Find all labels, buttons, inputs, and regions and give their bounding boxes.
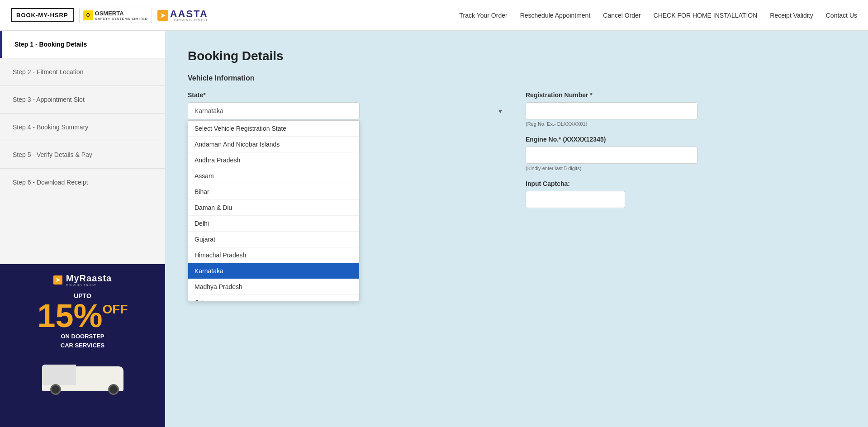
- osmerta-text: OSMERTA SAFETY SYSTEMS LIMITED: [95, 10, 148, 21]
- ad-off-text: OFF: [103, 303, 128, 316]
- vehicle-info-label: Vehicle Information: [188, 74, 845, 82]
- dropdown-item[interactable]: Karnataka: [188, 263, 359, 279]
- engine-number-label: Engine No.* (XXXXX12345): [526, 136, 845, 143]
- right-fields: Registration Number * (Reg No. Ex.- DLXX…: [526, 91, 845, 208]
- sidebar-step-2[interactable]: Step 2 - Fitment Location: [0, 58, 165, 86]
- ad-logo-icon: ➤: [53, 275, 62, 285]
- logo-osmerta[interactable]: O OSMERTA SAFETY SYSTEMS LIMITED: [79, 8, 152, 23]
- nav-track-order[interactable]: Track Your Order: [460, 12, 508, 19]
- aasta-icon: ➤: [157, 10, 168, 21]
- sidebar: Step 1 - Booking Details Step 2 - Fitmen…: [0, 31, 165, 427]
- engine-number-hint: (Kindly enter last 5 digits): [526, 166, 845, 171]
- state-dropdown[interactable]: Select Vehicle Registration StateAndaman…: [188, 102, 360, 119]
- dropdown-item[interactable]: Andaman And Nicobar Islands: [188, 137, 359, 152]
- logo-bookmyhsrp[interactable]: BOOK-MY-HSRP: [11, 8, 74, 22]
- reg-number-hint: (Reg No. Ex.- DLXXXXX01): [526, 121, 845, 127]
- main-content: Booking Details Vehicle Information Stat…: [165, 31, 868, 427]
- nav-home-install[interactable]: CHECK FOR HOME INSTALLATION: [654, 12, 758, 19]
- captcha-input[interactable]: [526, 191, 625, 208]
- ad-car-illustration: [38, 355, 128, 391]
- sidebar-ad-banner: ➤ MyRaasta DRIVING TRUST UPTO 15% OFF ON…: [0, 264, 165, 427]
- dropdown-item[interactable]: Select Vehicle Registration State: [188, 121, 359, 137]
- aasta-text-wrapper: AASTA DRIVING TRUST: [170, 8, 208, 22]
- van-wheel-front: [50, 384, 61, 395]
- registration-number-group: Registration Number * (Reg No. Ex.- DLXX…: [526, 91, 845, 127]
- dropdown-item[interactable]: Delhi: [188, 216, 359, 232]
- captcha-label: Input Captcha:: [526, 180, 845, 187]
- nav-contact-us[interactable]: Contact Us: [826, 12, 857, 19]
- dropdown-item[interactable]: Bihar: [188, 184, 359, 200]
- reg-number-label: Registration Number *: [526, 91, 845, 99]
- engine-number-group: Engine No.* (XXXXX12345) (Kindly enter l…: [526, 136, 845, 171]
- ad-desc: ON DOORSTEPCAR SERVICES: [61, 332, 104, 350]
- van-wheel-rear: [108, 384, 119, 395]
- nav-cancel-order[interactable]: Cancel Order: [603, 12, 640, 19]
- logo-aasta[interactable]: ➤ AASTA DRIVING TRUST: [157, 8, 208, 22]
- engine-number-input[interactable]: [526, 147, 697, 164]
- ad-logo: ➤ MyRaasta DRIVING TRUST: [53, 273, 112, 287]
- header-logos: BOOK-MY-HSRP O OSMERTA SAFETY SYSTEMS LI…: [11, 8, 460, 23]
- nav-reschedule[interactable]: Reschedule Appointment: [520, 12, 591, 19]
- dropdown-item[interactable]: Orissa: [188, 295, 359, 301]
- header: BOOK-MY-HSRP O OSMERTA SAFETY SYSTEMS LI…: [0, 0, 868, 31]
- sidebar-step-5[interactable]: Step 5 - Verify Details & Pay: [0, 141, 165, 169]
- van-cab: [42, 365, 76, 385]
- state-label: State*: [188, 91, 508, 99]
- sidebar-step-4[interactable]: Step 4 - Booking Summary: [0, 114, 165, 141]
- dropdown-item[interactable]: Assam: [188, 168, 359, 184]
- ad-discount-row: 15% OFF: [37, 299, 128, 332]
- state-select-wrapper: Select Vehicle Registration StateAndaman…: [188, 102, 508, 119]
- ad-logo-text-wrapper: MyRaasta DRIVING TRUST: [66, 273, 112, 287]
- sidebar-step-6[interactable]: Step 6 - Download Receipt: [0, 169, 165, 196]
- dropdown-item[interactable]: Gujarat: [188, 232, 359, 247]
- nav-receipt-validity[interactable]: Receipt Validity: [770, 12, 813, 19]
- form-row: State* Select Vehicle Registration State…: [188, 91, 845, 208]
- dropdown-item[interactable]: Madhya Pradesh: [188, 279, 359, 295]
- dropdown-options-list[interactable]: Select Vehicle Registration StateAndaman…: [188, 120, 360, 301]
- main-nav: Track Your Order Reschedule Appointment …: [460, 12, 857, 19]
- dropdown-item[interactable]: Daman & Diu: [188, 200, 359, 216]
- page-body: Step 1 - Booking Details Step 2 - Fitmen…: [0, 31, 868, 427]
- reg-number-input[interactable]: [526, 102, 697, 119]
- osmerta-icon: O: [83, 10, 93, 20]
- captcha-group: Input Captcha:: [526, 180, 845, 208]
- page-title: Booking Details: [188, 49, 845, 63]
- dropdown-item[interactable]: Andhra Pradesh: [188, 152, 359, 168]
- dropdown-item[interactable]: Himachal Pradesh: [188, 247, 359, 263]
- sidebar-step-1[interactable]: Step 1 - Booking Details: [0, 31, 165, 58]
- state-col: State* Select Vehicle Registration State…: [188, 91, 508, 119]
- ad-discount-value: 15%: [37, 299, 102, 332]
- dropdown-arrow-icon: ▾: [498, 107, 502, 115]
- sidebar-step-3[interactable]: Step 3 - Appointment Slot: [0, 86, 165, 114]
